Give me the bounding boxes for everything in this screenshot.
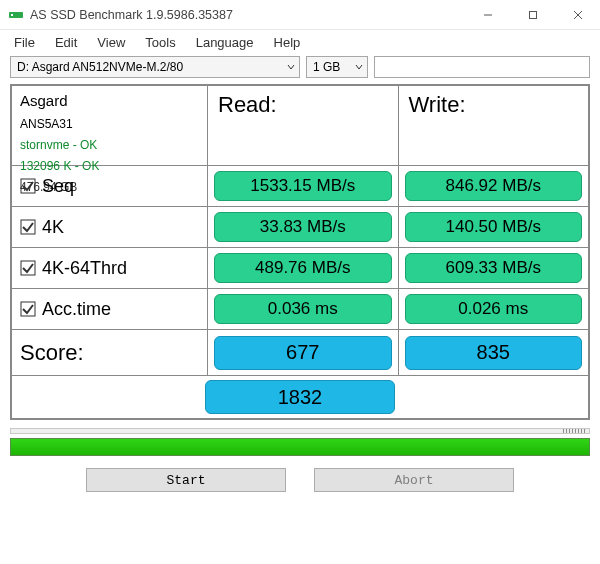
checkbox-acc[interactable] <box>20 301 36 317</box>
drive-select[interactable]: D: Asgard AN512NVMe-M.2/80 <box>10 56 300 78</box>
drive-info-cell: Asgard ANS5A31 stornvme - OK 132096 K - … <box>12 86 208 165</box>
checkbox-seq[interactable] <box>20 178 36 194</box>
app-icon <box>8 7 24 23</box>
menu-language[interactable]: Language <box>196 35 254 50</box>
seq-write-value: 846.92 MB/s <box>405 171 583 201</box>
row-seq: Seq 1533.15 MB/s 846.92 MB/s <box>12 166 588 207</box>
chevron-down-icon <box>351 60 363 74</box>
progress-bar-total <box>10 438 590 456</box>
row-4k64: 4K-64Thrd 489.76 MB/s 609.33 MB/s <box>12 248 588 289</box>
row-score: Score: 677 835 <box>12 330 588 376</box>
drive-model: ANS5A31 <box>20 117 73 132</box>
checkbox-4k[interactable] <box>20 219 36 235</box>
menu-view[interactable]: View <box>97 35 125 50</box>
label-4k: 4K <box>42 217 64 238</box>
k4-write-value: 140.50 MB/s <box>405 212 583 242</box>
k4-read-value: 33.83 MB/s <box>214 212 392 242</box>
chevron-down-icon <box>283 60 295 74</box>
window-title: AS SSD Benchmark 1.9.5986.35387 <box>30 8 233 22</box>
score-read-value: 677 <box>214 336 392 370</box>
close-button[interactable] <box>555 0 600 30</box>
seq-read-value: 1533.15 MB/s <box>214 171 392 201</box>
driver-status: stornvme - OK <box>20 138 97 153</box>
label-4k64: 4K-64Thrd <box>42 258 127 279</box>
menu-help[interactable]: Help <box>274 35 301 50</box>
acc-write-value: 0.026 ms <box>405 294 583 324</box>
menu-file[interactable]: File <box>14 35 35 50</box>
size-select[interactable]: 1 GB <box>306 56 368 78</box>
start-button[interactable]: Start <box>86 468 286 492</box>
row-total-score: 1832 <box>12 376 588 418</box>
row-4k: 4K 33.83 MB/s 140.50 MB/s <box>12 207 588 248</box>
score-write-value: 835 <box>405 336 583 370</box>
score-label: Score: <box>12 330 208 375</box>
row-acc: Acc.time 0.036 ms 0.026 ms <box>12 289 588 330</box>
drive-vendor: Asgard <box>20 92 68 111</box>
label-acc: Acc.time <box>42 299 111 320</box>
abort-button: Abort <box>314 468 514 492</box>
header-row: Asgard ANS5A31 stornvme - OK 132096 K - … <box>12 86 588 166</box>
size-select-value: 1 GB <box>313 60 340 74</box>
read-header: Read: <box>208 86 399 165</box>
progress-area <box>10 428 590 456</box>
menu-edit[interactable]: Edit <box>55 35 77 50</box>
k4_64-read-value: 489.76 MB/s <box>214 253 392 283</box>
score-total-value: 1832 <box>205 380 395 414</box>
write-header: Write: <box>399 86 589 165</box>
label-seq: Seq <box>42 176 74 197</box>
svg-rect-3 <box>529 11 536 18</box>
control-row: D: Asgard AN512NVMe-M.2/80 1 GB <box>0 54 600 82</box>
acc-read-value: 0.036 ms <box>214 294 392 324</box>
progress-bar-current <box>10 428 590 434</box>
drive-select-value: D: Asgard AN512NVMe-M.2/80 <box>17 60 183 74</box>
button-row: Start Abort <box>0 468 600 492</box>
minimize-button[interactable] <box>465 0 510 30</box>
maximize-button[interactable] <box>510 0 555 30</box>
menu-tools[interactable]: Tools <box>145 35 175 50</box>
window-titlebar: AS SSD Benchmark 1.9.5986.35387 <box>0 0 600 30</box>
filter-input[interactable] <box>374 56 590 78</box>
checkbox-4k64[interactable] <box>20 260 36 276</box>
svg-rect-1 <box>11 14 13 16</box>
results-grid: Asgard ANS5A31 stornvme - OK 132096 K - … <box>10 84 590 420</box>
menu-bar: File Edit View Tools Language Help <box>0 30 600 54</box>
k4_64-write-value: 609.33 MB/s <box>405 253 583 283</box>
